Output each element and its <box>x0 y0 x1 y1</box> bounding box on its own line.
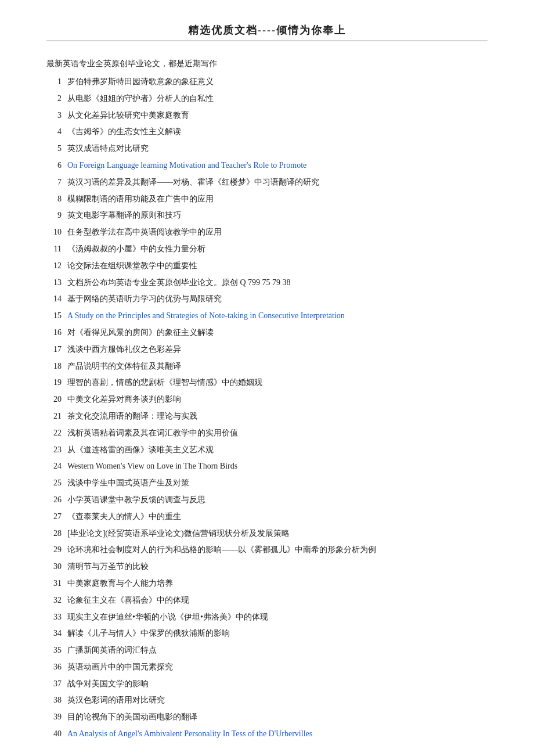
list-item-number: 22 <box>46 426 67 440</box>
list-item: 39目的论视角下的美国动画电影的翻译 <box>46 710 488 724</box>
list-item: 32论象征主义在《喜福会》中的体现 <box>46 593 488 607</box>
list-item-text: 任务型教学法在高中英语阅读教学中的应用 <box>67 225 488 239</box>
list-item-text: [毕业论文](经贸英语系毕业论文)微信营销现状分析及发展策略 <box>67 527 488 541</box>
list-item-number: 5 <box>46 142 67 156</box>
list-item-number: 32 <box>46 593 67 607</box>
list-item-text: 《吉姆爷》的生态女性主义解读 <box>67 125 488 139</box>
list-item-text: 清明节与万圣节的比较 <box>67 560 488 574</box>
list-item-number: 25 <box>46 476 67 490</box>
list-item: 30清明节与万圣节的比较 <box>46 560 488 574</box>
list-item-text: 中美家庭教育与个人能力培养 <box>67 577 488 591</box>
list-item: 22浅析英语粘着词素及其在词汇教学中的实用价值 <box>46 426 488 440</box>
list-item-text: 解读《儿子与情人》中保罗的俄狄浦斯的影响 <box>67 627 488 640</box>
list-item: 12论交际法在组织课堂教学中的重要性 <box>46 259 488 273</box>
list-item-text: 从文化差异比较研究中美家庭教育 <box>67 109 488 123</box>
list-item-number: 23 <box>46 443 67 457</box>
list-item: 19理智的喜剧，情感的悲剧析《理智与情感》中的婚姻观 <box>46 376 488 390</box>
list-item-text: 《查泰莱夫人的情人》中的重生 <box>67 510 488 524</box>
list-item: 13文档所公布均英语专业全英原创毕业论文。原创 Q 799 75 79 38 <box>46 276 488 290</box>
list-item-number: 35 <box>46 643 67 657</box>
list-item: 26小学英语课堂中教学反馈的调查与反思 <box>46 493 488 507</box>
document-list: 1罗伯特弗罗斯特田园诗歌意象的象征意义2从电影《姐姐的守护者》分析人的自私性3从… <box>46 75 488 741</box>
list-item-text: 浅析英语粘着词素及其在词汇教学中的实用价值 <box>67 426 488 440</box>
list-item: 35广播新闻英语的词汇特点 <box>46 643 488 657</box>
list-item-number: 28 <box>46 527 67 541</box>
list-item: 6On Foreign Language learning Motivation… <box>46 159 488 172</box>
list-item-number: 24 <box>46 459 67 473</box>
list-item-number: 27 <box>46 510 67 524</box>
list-item: 3从文化差异比较研究中美家庭教育 <box>46 109 488 123</box>
list-item-number: 7 <box>46 175 67 189</box>
list-item-number: 16 <box>46 326 67 340</box>
header-title: 精选优质文档----倾情为你奉上 <box>46 23 488 37</box>
list-item-text: 论象征主义在《喜福会》中的体现 <box>67 593 488 607</box>
list-item-number: 3 <box>46 109 67 123</box>
list-item: 4《吉姆爷》的生态女性主义解读 <box>46 125 488 139</box>
list-item-text: A Study on the Principles and Strategies… <box>67 309 488 323</box>
list-item-text: 英汉习语的差异及其翻译——对杨、霍译《红楼梦》中习语翻译的研究 <box>67 175 488 189</box>
list-item: 16对《看得见风景的房间》的象征主义解读 <box>46 326 488 340</box>
list-item-text: 对《看得见风景的房间》的象征主义解读 <box>67 326 488 340</box>
list-item: 10任务型教学法在高中英语阅读教学中的应用 <box>46 225 488 239</box>
list-item-text: 论交际法在组织课堂教学中的重要性 <box>67 259 488 273</box>
list-item-text: 产品说明书的文体特征及其翻译 <box>67 359 488 373</box>
list-item-number: 34 <box>46 627 67 640</box>
list-item-text: 中美文化差异对商务谈判的影响 <box>67 393 488 406</box>
list-item: 36英语动画片中的中国元素探究 <box>46 660 488 674</box>
list-item: 34解读《儿子与情人》中保罗的俄狄浦斯的影响 <box>46 627 488 640</box>
list-item: 23从《道连格雷的画像》谈唯美主义艺术观 <box>46 443 488 457</box>
list-item-text: 茶文化交流用语的翻译：理论与实践 <box>67 409 488 423</box>
list-item-number: 31 <box>46 577 67 591</box>
list-item: 7英汉习语的差异及其翻译——对杨、霍译《红楼梦》中习语翻译的研究 <box>46 175 488 189</box>
list-item-number: 30 <box>46 560 67 574</box>
list-item-text: 《汤姆叔叔的小屋》中的女性力量分析 <box>67 242 488 256</box>
list-item: 2从电影《姐姐的守护者》分析人的自私性 <box>46 92 488 106</box>
list-item: 21茶文化交流用语的翻译：理论与实践 <box>46 409 488 423</box>
list-item: 31中美家庭教育与个人能力培养 <box>46 577 488 591</box>
list-item-number: 38 <box>46 693 67 707</box>
list-item-text: 浅谈中学生中国式英语产生及对策 <box>67 476 488 490</box>
list-item-text: 模糊限制语的语用功能及在广告中的应用 <box>67 192 488 206</box>
list-item-text: 现实主义在伊迪丝•华顿的小说《伊坦•弗洛美》中的体现 <box>67 610 488 624</box>
list-item-number: 6 <box>46 159 67 172</box>
list-item-number: 10 <box>46 225 67 239</box>
list-item-text: 小学英语课堂中教学反馈的调查与反思 <box>67 493 488 507</box>
list-item: 37战争对美国文学的影响 <box>46 677 488 691</box>
list-item-number: 12 <box>46 259 67 273</box>
list-item-text: On Foreign Language learning Motivation … <box>67 159 488 172</box>
list-item-number: 26 <box>46 493 67 507</box>
list-item-number: 11 <box>46 242 67 256</box>
list-item: 15A Study on the Principles and Strategi… <box>46 309 488 323</box>
list-item-number: 9 <box>46 208 67 222</box>
list-item-number: 18 <box>46 359 67 373</box>
list-item-number: 39 <box>46 710 67 724</box>
list-item: 27《查泰莱夫人的情人》中的重生 <box>46 510 488 524</box>
list-item-text: 罗伯特弗罗斯特田园诗歌意象的象征意义 <box>67 75 488 89</box>
list-item-text: 目的论视角下的美国动画电影的翻译 <box>67 710 488 724</box>
list-item-text: 基于网络的英语听力学习的优势与局限研究 <box>67 292 488 306</box>
list-item-text: 论环境和社会制度对人的行为和品格的影响——以《雾都孤儿》中南希的形象分析为例 <box>67 543 488 557</box>
list-item-number: 14 <box>46 292 67 306</box>
list-item-text: 英语动画片中的中国元素探究 <box>67 660 488 674</box>
list-item: 29论环境和社会制度对人的行为和品格的影响——以《雾都孤儿》中南希的形象分析为例 <box>46 543 488 557</box>
list-item-number: 15 <box>46 309 67 323</box>
list-item-number: 40 <box>46 727 67 741</box>
list-item-text: An Analysis of Angel's Ambivalent Person… <box>67 727 488 741</box>
list-item-text: 广播新闻英语的词汇特点 <box>67 643 488 657</box>
list-item: 14基于网络的英语听力学习的优势与局限研究 <box>46 292 488 306</box>
list-item: 5英汉成语特点对比研究 <box>46 142 488 156</box>
list-item: 40An Analysis of Angel's Ambivalent Pers… <box>46 727 488 741</box>
list-item: 9英文电影字幕翻译的原则和技巧 <box>46 208 488 222</box>
list-item-text: Western Women's View on Love in The Thor… <box>67 459 488 473</box>
list-item-text: 从电影《姐姐的守护者》分析人的自私性 <box>67 92 488 106</box>
list-item: 1罗伯特弗罗斯特田园诗歌意象的象征意义 <box>46 75 488 89</box>
list-item-number: 20 <box>46 393 67 406</box>
list-item-number: 17 <box>46 343 67 357</box>
list-item-text: 文档所公布均英语专业全英原创毕业论文。原创 Q 799 75 79 38 <box>67 276 488 290</box>
list-item-text: 从《道连格雷的画像》谈唯美主义艺术观 <box>67 443 488 457</box>
list-item: 38英汉色彩词的语用对比研究 <box>46 693 488 707</box>
list-item-text: 理智的喜剧，情感的悲剧析《理智与情感》中的婚姻观 <box>67 376 488 390</box>
list-item-text: 浅谈中西方服饰礼仪之色彩差异 <box>67 343 488 357</box>
list-item: 24Western Women's View on Love in The Th… <box>46 459 488 473</box>
list-item-number: 29 <box>46 543 67 557</box>
